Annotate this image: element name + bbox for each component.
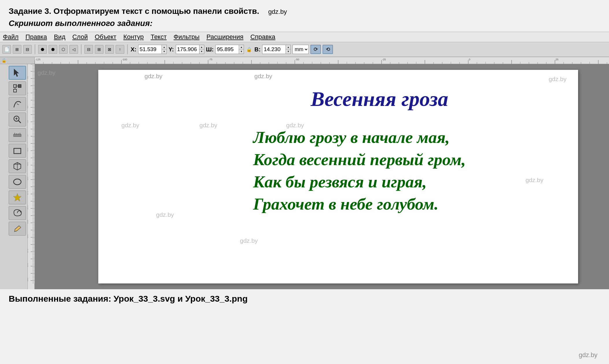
unit-select[interactable]: mm px cm in pt — [293, 45, 309, 54]
svg-text:125: 125 — [28, 162, 29, 166]
y-spinners[interactable]: ▲ ▼ — [199, 45, 204, 54]
poem-lines: Люблю грозу в начале мая, Когда весенний… — [253, 128, 466, 214]
menu-edit[interactable]: Правка — [25, 33, 47, 41]
svg-line-448 — [18, 120, 21, 123]
view-icon[interactable]: ⊟ — [23, 45, 32, 54]
h-spinners[interactable]: ▲ ▼ — [286, 45, 290, 54]
x-spinners[interactable]: ▲ ▼ — [162, 45, 166, 54]
align-left-icon[interactable]: ⬣ — [38, 45, 47, 54]
svg-marker-441 — [14, 69, 19, 77]
w-spinner-up[interactable]: ▲ — [239, 45, 244, 49]
flip-icon[interactable]: ◁ — [69, 45, 78, 54]
svg-text:25: 25 — [556, 58, 558, 61]
h-label: В: — [254, 46, 260, 53]
menu-view[interactable]: Вид — [54, 33, 65, 41]
poem-line-1: Люблю грозу в начале мая, — [253, 128, 466, 147]
dist-h-icon[interactable]: ⊟ — [84, 45, 93, 54]
zoom-tool[interactable] — [9, 113, 26, 126]
sep2 — [81, 44, 82, 54]
svg-rect-451 — [14, 134, 21, 137]
align-center-icon[interactable]: ⬢ — [49, 45, 57, 54]
pencil-tool[interactable] — [9, 222, 26, 236]
new-icon[interactable]: 📄 — [2, 45, 11, 54]
y-input-wrapper[interactable]: ▲ ▼ — [176, 45, 204, 54]
ruler-row: 🔒 // Will be rendered via JS below -125-… — [0, 57, 609, 64]
svg-point-460 — [14, 179, 21, 185]
dist-v-icon[interactable]: ⊞ — [95, 45, 103, 54]
lock-proportions-icon[interactable]: 🔒 — [246, 47, 253, 52]
menu-path[interactable]: Контур — [123, 33, 144, 41]
y-input[interactable] — [176, 46, 199, 53]
menu-text[interactable]: Текст — [151, 33, 166, 41]
spiral-tool[interactable] — [9, 206, 26, 220]
transform-flip-icon[interactable]: ⟲ — [323, 45, 333, 54]
h-input[interactable] — [262, 46, 286, 53]
w-spinner-down[interactable]: ▼ — [239, 49, 244, 54]
menu-extensions[interactable]: Расширения — [206, 33, 243, 41]
3dbox-tool[interactable] — [9, 159, 26, 173]
poem-title: Весенняя гроза — [311, 87, 448, 111]
svg-text:300: 300 — [28, 263, 29, 267]
dist-eq-icon[interactable]: ⊠ — [105, 45, 114, 54]
svg-rect-0 — [35, 57, 609, 64]
h-input-wrapper[interactable]: ▲ ▼ — [262, 45, 291, 54]
svg-rect-456 — [14, 148, 21, 154]
w-input-wrapper[interactable]: ▲ ▼ — [215, 45, 244, 54]
ruler-v-svg: -50-250255075100125150175200225250275300… — [28, 64, 35, 283]
ruler-horizontal: // Will be rendered via JS below -125-10… — [35, 57, 609, 64]
left-toolbar: -50-250255075100125150175200225250275300… — [0, 64, 35, 289]
grid-icon[interactable]: ⊞ — [13, 45, 21, 54]
ruler-lock-icon: 🔒 — [1, 58, 6, 63]
w-label: Ш: — [206, 46, 214, 53]
menu-file[interactable]: Файл — [3, 33, 18, 41]
dist-last-icon[interactable]: ↑ — [116, 45, 124, 54]
tweak-tool[interactable] — [9, 97, 26, 111]
y-label: Y: — [169, 46, 174, 53]
w-input[interactable] — [216, 46, 239, 53]
node-tool[interactable] — [9, 81, 26, 95]
watermark-bottom-right: gdz.by — [579, 351, 597, 359]
svg-marker-461 — [13, 193, 21, 201]
y-spinner-down[interactable]: ▼ — [199, 49, 204, 54]
h-spinner-down[interactable]: ▼ — [286, 49, 290, 54]
svg-text:325: 325 — [28, 277, 29, 281]
bottom-text: Выполненные задания: Урок_33_3.svg и Уро… — [0, 289, 609, 308]
watermark-paper-3: gdz.by — [199, 122, 217, 129]
h-spinner-up[interactable]: ▲ — [286, 45, 290, 49]
menu-object[interactable]: Объект — [95, 33, 116, 41]
svg-text:-50: -50 — [28, 64, 29, 65]
watermark-paper-6: gdz.by — [156, 211, 174, 218]
menu-layer[interactable]: Слой — [72, 33, 88, 41]
svg-text:200: 200 — [28, 205, 29, 209]
select-tool[interactable] — [9, 66, 26, 80]
svg-text:150: 150 — [28, 176, 29, 180]
measure-tool[interactable] — [9, 128, 26, 142]
align-top-icon[interactable]: ⬡ — [59, 45, 68, 54]
x-spinner-down[interactable]: ▼ — [162, 49, 166, 54]
svg-text:275: 275 — [28, 249, 29, 253]
svg-text:50: 50 — [28, 120, 29, 123]
svg-text:225: 225 — [28, 220, 29, 224]
transform-rotate-icon[interactable]: ⟳ — [310, 45, 321, 54]
svg-text:-100: -100 — [122, 58, 127, 61]
watermark-paper-5: gdz.by — [525, 177, 543, 184]
ellipse-tool[interactable] — [9, 175, 26, 189]
svg-text:0: 0 — [469, 58, 470, 61]
x-input[interactable] — [138, 46, 162, 53]
watermark-header: gdz.by — [268, 8, 287, 15]
menu-help[interactable]: Справка — [250, 33, 275, 41]
subtitle: Скриншот выполненного задания: — [9, 19, 153, 28]
svg-text:75: 75 — [28, 135, 29, 137]
y-spinner-up[interactable]: ▲ — [199, 45, 204, 49]
star-tool[interactable] — [9, 191, 26, 204]
ruler-vertical: -50-250255075100125150175200225250275300… — [27, 64, 34, 289]
watermark-paper-7: gdz.by — [240, 237, 258, 244]
w-spinners[interactable]: ▲ ▼ — [239, 45, 244, 54]
rect-tool[interactable] — [9, 144, 26, 158]
canvas-area[interactable]: gdz.by gdz.by gdz.by gdz.by gdz.by gdz.b… — [35, 64, 609, 289]
svg-text:0: 0 — [28, 92, 29, 94]
menu-filters[interactable]: Фильтры — [174, 33, 200, 41]
x-input-wrapper[interactable]: ▲ ▼ — [138, 45, 167, 54]
x-spinner-up[interactable]: ▲ — [162, 45, 166, 49]
watermark-paper-1: gdz.by — [549, 76, 567, 83]
